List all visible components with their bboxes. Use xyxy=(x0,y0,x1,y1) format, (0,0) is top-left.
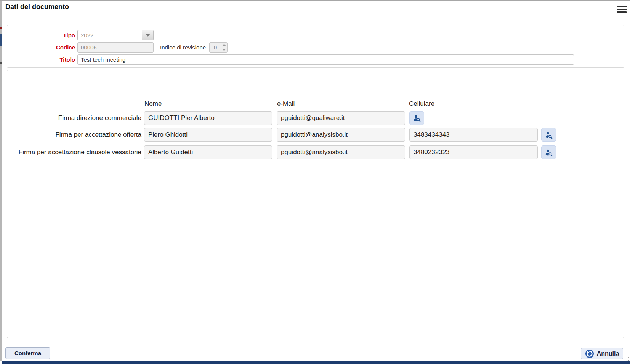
signature-row-label: Firma per accettazione clausole vessator… xyxy=(7,145,141,159)
cellulare-input[interactable] xyxy=(409,128,538,142)
person-search-icon xyxy=(545,148,553,156)
revisione-spinner[interactable] xyxy=(209,42,228,53)
hamburger-icon[interactable] xyxy=(617,6,627,14)
titolo-input[interactable] xyxy=(77,54,574,65)
conferma-button-label: Conferma xyxy=(14,350,41,356)
codice-input[interactable] xyxy=(77,42,154,53)
person-search-icon xyxy=(413,114,421,122)
codice-label: Codice xyxy=(7,44,77,51)
hamburger-bar xyxy=(617,9,627,10)
titolo-row: Titolo xyxy=(7,54,574,65)
revisione-label: Indice di revisione xyxy=(160,44,206,51)
conferma-button[interactable]: Conferma xyxy=(5,347,50,359)
codice-row: Codice Indice di revisione xyxy=(7,42,228,53)
revisione-input[interactable] xyxy=(210,43,221,52)
email-input[interactable] xyxy=(277,111,405,125)
background-bottom-bar xyxy=(2,361,630,364)
spinner-buttons xyxy=(221,43,227,52)
signature-row-label: Firma direzione commerciale xyxy=(7,111,141,125)
dialog-title: Dati del documento xyxy=(5,3,69,11)
person-search-button[interactable] xyxy=(541,145,556,159)
resize-grip-icon[interactable] xyxy=(625,357,629,361)
tipo-select[interactable]: 2022 xyxy=(77,30,154,40)
spinner-up-glyph xyxy=(222,44,226,46)
nome-input[interactable] xyxy=(144,111,272,125)
cellulare-input[interactable] xyxy=(409,145,538,159)
signature-row-label: Firma per accettazione offerta xyxy=(7,128,141,142)
signature-row-clausole-vessatorie: Firma per accettazione clausole vessator… xyxy=(7,145,624,159)
annulla-button-label: Annulla xyxy=(597,350,619,357)
signature-row-accettazione-offerta: Firma per accettazione offerta xyxy=(7,128,624,142)
nome-input[interactable] xyxy=(144,145,272,159)
dialog-dati-documento: Dati del documento Tipo 2022 Codice Indi… xyxy=(2,1,630,361)
column-header-cellulare: Cellulare xyxy=(409,100,434,108)
signature-row-direzione-commerciale: Firma direzione commerciale xyxy=(7,111,624,125)
tipo-selected-value: 2022 xyxy=(78,32,142,38)
person-search-button[interactable] xyxy=(541,128,556,142)
titolo-label: Titolo xyxy=(7,56,77,63)
chevron-down-icon[interactable] xyxy=(142,30,153,40)
nome-input[interactable] xyxy=(144,128,272,142)
hamburger-bar xyxy=(617,6,627,7)
hamburger-bar xyxy=(617,11,627,13)
tipo-label: Tipo xyxy=(7,32,77,38)
person-search-icon xyxy=(545,131,553,139)
email-input[interactable] xyxy=(277,128,405,142)
signatures-panel: Nome e-Mail Cellulare Firma direzione co… xyxy=(7,70,624,338)
chevron-down-glyph xyxy=(146,34,150,37)
annulla-button[interactable]: Annulla xyxy=(581,348,623,359)
column-header-email: e-Mail xyxy=(277,100,295,108)
undo-icon xyxy=(585,349,594,358)
email-input[interactable] xyxy=(277,145,405,159)
tipo-row: Tipo 2022 xyxy=(7,30,154,40)
document-fields-panel: Tipo 2022 Codice Indice di revisione Ti xyxy=(7,25,624,68)
spinner-up-icon[interactable] xyxy=(221,43,227,48)
spinner-down-icon[interactable] xyxy=(221,48,227,53)
person-search-button[interactable] xyxy=(409,111,424,125)
spinner-down-glyph xyxy=(222,49,226,51)
column-header-nome: Nome xyxy=(144,100,162,108)
